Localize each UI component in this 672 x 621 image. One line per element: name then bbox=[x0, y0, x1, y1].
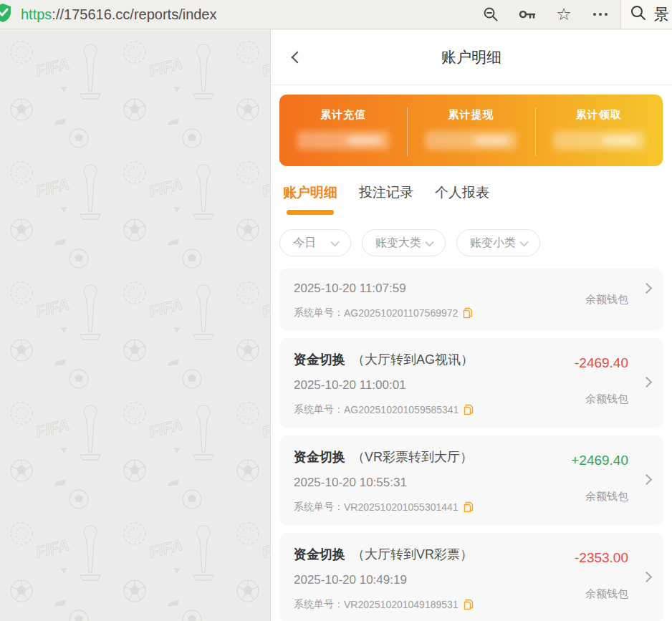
transaction-item[interactable]: 资金切换 （大厅转到AG视讯） 2025-10-20 11:00:01 系统单号… bbox=[279, 338, 663, 428]
transaction-amount: -2353.00 bbox=[575, 550, 628, 566]
url-path: ://175616.cc/reports/index bbox=[52, 6, 216, 22]
browser-search-section: 景 bbox=[620, 0, 672, 29]
transaction-list[interactable]: +2525.40 2025-10-20 11:07:59 系统单号： AG202… bbox=[271, 265, 672, 621]
zoom-out-icon[interactable] bbox=[482, 6, 499, 23]
back-button[interactable] bbox=[287, 48, 305, 67]
transaction-datetime: 2025-10-20 10:55:31 bbox=[294, 476, 555, 490]
redacted-value bbox=[425, 131, 517, 150]
panel-header: 账户明细 bbox=[271, 29, 672, 85]
transaction-type: 资金切换 bbox=[294, 450, 345, 464]
summary-total-deposit: 累计充值 bbox=[279, 95, 407, 166]
transaction-subtitle: （大厅转到VR彩票） bbox=[352, 547, 473, 562]
transaction-amount: -2469.40 bbox=[575, 355, 628, 371]
order-label: 系统单号： bbox=[294, 501, 344, 514]
order-number: AG202510201107569972 bbox=[344, 307, 458, 319]
search-icon[interactable] bbox=[630, 4, 647, 24]
summary-label: 累计充值 bbox=[320, 108, 366, 122]
transaction-item[interactable]: 资金切换 （VR彩票转到大厅） 2025-10-20 10:55:31 系统单号… bbox=[279, 435, 663, 525]
summary-label: 累计领取 bbox=[576, 108, 622, 122]
order-label: 系统单号： bbox=[294, 403, 344, 416]
transaction-subtitle: （VR彩票转到大厅） bbox=[352, 450, 473, 464]
transaction-type: 资金切换 bbox=[294, 352, 345, 367]
chevron-down-icon bbox=[519, 237, 529, 246]
chevron-right-icon[interactable] bbox=[641, 283, 653, 294]
browser-address-bar: https://175616.cc/reports/index ☆ bbox=[0, 0, 672, 29]
filter-row: 今日 账变大类 账变小类 bbox=[271, 219, 672, 265]
filter-minor-type-dropdown[interactable]: 账变小类 bbox=[456, 229, 540, 256]
active-tab-underline bbox=[287, 210, 334, 215]
chevron-right-icon[interactable] bbox=[641, 473, 653, 485]
ssl-shield-icon bbox=[0, 3, 12, 26]
wallet-label: 余额钱包 bbox=[585, 393, 628, 406]
transaction-datetime: 2025-10-20 11:07:59 bbox=[294, 281, 555, 296]
password-key-icon[interactable] bbox=[519, 6, 536, 23]
transaction-item[interactable]: +2525.40 2025-10-20 11:07:59 系统单号： AG202… bbox=[279, 269, 663, 330]
transaction-type: 资金切换 bbox=[294, 547, 345, 562]
order-label: 系统单号： bbox=[294, 598, 344, 611]
chevron-down-icon bbox=[425, 237, 434, 246]
browser-toolbar-icons: ☆ bbox=[482, 6, 609, 23]
order-number: AG202510201059585341 bbox=[344, 404, 459, 415]
summary-label: 累计提现 bbox=[448, 108, 494, 122]
order-label: 系统单号： bbox=[294, 307, 344, 319]
order-number: VR202510201049189531 bbox=[344, 599, 459, 610]
back-chevron-icon bbox=[292, 51, 304, 63]
transaction-order-row: 系统单号： AG202510201059585341 bbox=[294, 403, 555, 416]
filter-date-dropdown[interactable]: 今日 bbox=[279, 229, 351, 256]
chevron-right-icon[interactable] bbox=[641, 376, 653, 387]
url-text[interactable]: https://175616.cc/reports/index bbox=[21, 6, 476, 23]
profile-avatar[interactable]: 景 bbox=[654, 4, 669, 24]
copy-icon[interactable] bbox=[464, 501, 474, 513]
wallet-label: 余额钱包 bbox=[585, 587, 628, 601]
tab-bet-records[interactable]: 投注记录 bbox=[359, 183, 413, 215]
page-title: 账户明细 bbox=[441, 47, 501, 67]
copy-icon[interactable] bbox=[464, 599, 474, 610]
transaction-order-row: 系统单号： VR202510201049189531 bbox=[294, 598, 555, 611]
wallet-label: 余额钱包 bbox=[585, 490, 628, 504]
transaction-title-row: 资金切换 （大厅转到VR彩票） bbox=[294, 546, 555, 563]
transaction-title-row: 资金切换 （大厅转到AG视讯） bbox=[294, 351, 555, 368]
wallet-label: 余额钱包 bbox=[585, 293, 628, 307]
redacted-value bbox=[297, 131, 389, 150]
filter-major-type-dropdown[interactable]: 账变大类 bbox=[362, 229, 446, 256]
copy-icon[interactable] bbox=[464, 404, 474, 415]
screen: https://175616.cc/reports/index ☆ bbox=[0, 0, 672, 621]
fifa-pattern-graphic: FIFA bbox=[0, 29, 271, 621]
menu-dots-icon[interactable] bbox=[592, 6, 609, 23]
transaction-title-row: 资金切换 （VR彩票转到大厅） bbox=[294, 448, 555, 466]
transaction-order-row: 系统单号： AG202510201107569972 bbox=[294, 307, 555, 319]
report-tabs: 账户明细 投注记录 个人报表 bbox=[271, 166, 672, 219]
redacted-value bbox=[553, 131, 645, 150]
page-body: FIFA bbox=[0, 29, 672, 621]
summary-total-withdraw: 累计提现 bbox=[407, 95, 534, 166]
bookmark-star-icon[interactable]: ☆ bbox=[555, 6, 572, 23]
transaction-item[interactable]: 资金切换 （大厅转到VR彩票） 2025-10-20 10:49:19 系统单号… bbox=[279, 533, 663, 621]
transaction-datetime: 2025-10-20 10:49:19 bbox=[294, 573, 555, 587]
chevron-right-icon[interactable] bbox=[641, 571, 653, 582]
url-scheme: https bbox=[21, 6, 52, 22]
account-detail-panel: 账户明细 累计充值 累计提现 累计领取 账户明细 bbox=[271, 29, 672, 621]
transaction-order-row: 系统单号： VR202510201055301441 bbox=[294, 501, 555, 514]
tab-account-detail[interactable]: 账户明细 bbox=[283, 183, 337, 215]
transaction-datetime: 2025-10-20 11:00:01 bbox=[294, 378, 555, 393]
summary-total-claimed: 累计领取 bbox=[535, 95, 663, 166]
order-number: VR202510201055301441 bbox=[344, 501, 459, 513]
summary-card: 累计充值 累计提现 累计领取 bbox=[279, 95, 663, 166]
fifa-wallpaper: FIFA bbox=[0, 29, 271, 621]
transaction-amount: +2469.40 bbox=[571, 453, 628, 468]
copy-icon[interactable] bbox=[463, 307, 473, 319]
chevron-down-icon bbox=[330, 237, 340, 246]
tab-personal-report[interactable]: 个人报表 bbox=[435, 183, 489, 215]
transaction-subtitle: （大厅转到AG视讯） bbox=[352, 352, 474, 367]
